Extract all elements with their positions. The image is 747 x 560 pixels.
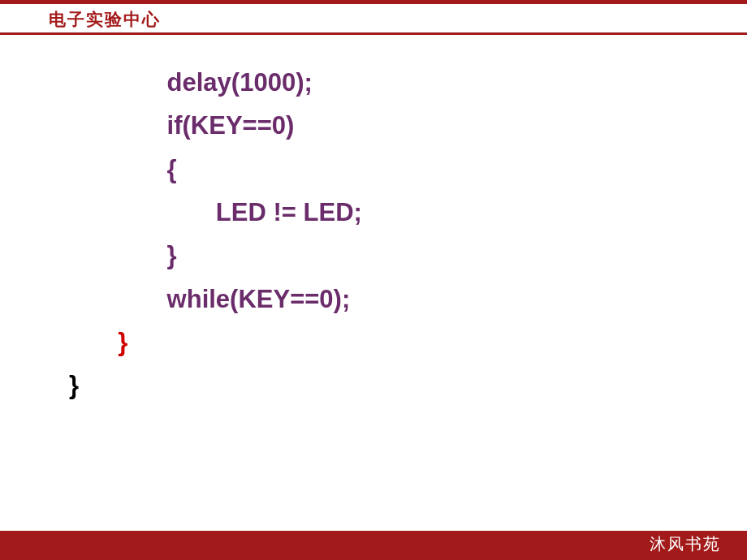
code-line: { <box>69 148 362 191</box>
footer-bar: 沐风书苑 <box>0 531 747 560</box>
code-line: LED != LED; <box>69 191 362 234</box>
code-line: if(KEY==0) <box>69 104 362 147</box>
code-line-red-brace: } <box>69 321 362 364</box>
code-line: } <box>69 234 362 277</box>
code-line: while(KEY==0); <box>69 278 362 321</box>
header-underline <box>0 32 747 35</box>
header-title: 电子实验中心 <box>49 8 161 31</box>
code-block: delay(1000); if(KEY==0) { LED != LED; } … <box>69 61 362 407</box>
header-top-bar <box>0 0 747 4</box>
code-line: delay(1000); <box>69 61 362 104</box>
code-line-black-brace: } <box>69 364 362 407</box>
footer-text: 沐风书苑 <box>650 533 721 555</box>
